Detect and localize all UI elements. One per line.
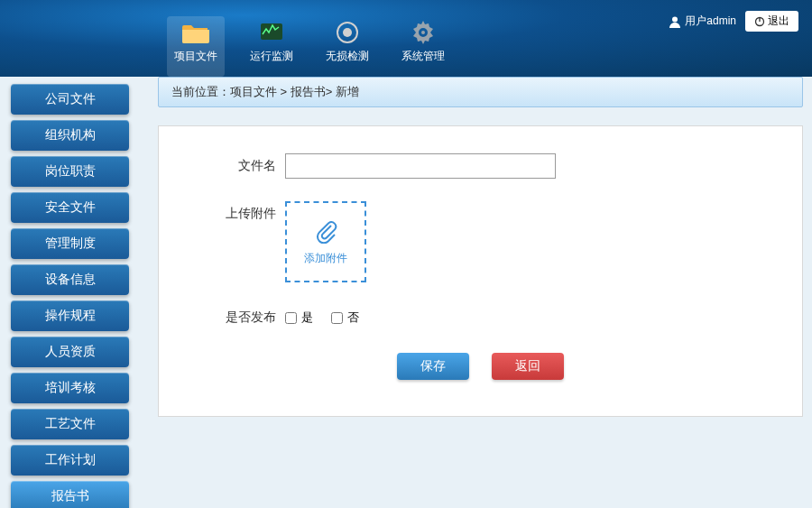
gear-check-icon bbox=[333, 20, 362, 45]
logout-label: 退出 bbox=[768, 14, 789, 29]
publish-no-option[interactable]: 否 bbox=[331, 309, 359, 326]
nav-label: 运行监测 bbox=[250, 49, 293, 64]
sidebar-item-procedures[interactable]: 操作规程 bbox=[11, 300, 129, 331]
sidebar-item-process[interactable]: 工艺文件 bbox=[11, 409, 129, 439]
publish-yes-checkbox[interactable] bbox=[285, 312, 297, 324]
sidebar-item-reports[interactable]: 报告书 bbox=[11, 481, 129, 508]
svg-point-3 bbox=[672, 16, 678, 22]
sidebar-item-training[interactable]: 培训考核 bbox=[11, 373, 129, 403]
publish-yes-label: 是 bbox=[301, 309, 313, 326]
upload-box[interactable]: 添加附件 bbox=[285, 201, 366, 282]
nav-system-manage[interactable]: 系统管理 bbox=[394, 16, 452, 77]
nav-label: 项目文件 bbox=[174, 49, 217, 64]
sidebar-item-duties[interactable]: 岗位职责 bbox=[11, 156, 129, 187]
logout-button[interactable]: 退出 bbox=[745, 11, 798, 32]
filename-input[interactable] bbox=[285, 153, 556, 179]
user-info: 用户admin bbox=[669, 14, 736, 29]
nav-label: 系统管理 bbox=[401, 49, 445, 64]
sidebar-item-qualifications[interactable]: 人员资质 bbox=[11, 337, 129, 367]
nav-label: 无损检测 bbox=[326, 49, 369, 64]
breadcrumb: 当前位置：项目文件 > 报告书> 新增 bbox=[158, 77, 803, 107]
filename-label: 文件名 bbox=[204, 153, 276, 174]
paperclip-icon bbox=[313, 218, 338, 244]
settings-icon bbox=[409, 20, 438, 45]
save-button[interactable]: 保存 bbox=[397, 353, 469, 380]
sidebar-item-org[interactable]: 组织机构 bbox=[11, 120, 129, 151]
publish-label: 是否发布 bbox=[204, 305, 276, 326]
app-header: 项目文件 运行监测 无损检测 系统管理 用户admin 退出 bbox=[0, 0, 812, 77]
top-nav: 项目文件 运行监测 无损检测 系统管理 bbox=[167, 0, 452, 77]
main-content: 当前位置：项目文件 > 报告书> 新增 文件名 上传附件 添加附件 是否发布 bbox=[140, 77, 812, 508]
user-area: 用户admin 退出 bbox=[669, 11, 798, 32]
upload-label: 上传附件 bbox=[204, 201, 276, 222]
publish-no-checkbox[interactable] bbox=[331, 312, 343, 324]
sidebar-item-workplan[interactable]: 工作计划 bbox=[11, 445, 129, 476]
sidebar-item-equipment[interactable]: 设备信息 bbox=[11, 264, 129, 295]
nav-ndt[interactable]: 无损检测 bbox=[318, 16, 376, 77]
sidebar-item-rules[interactable]: 管理制度 bbox=[11, 228, 129, 259]
nav-operation-monitor[interactable]: 运行监测 bbox=[243, 16, 300, 77]
sidebar-item-safety[interactable]: 安全文件 bbox=[11, 192, 129, 223]
upload-text: 添加附件 bbox=[304, 251, 347, 266]
sidebar-item-company-files[interactable]: 公司文件 bbox=[11, 84, 129, 115]
user-icon bbox=[669, 15, 681, 28]
user-label: 用户admin bbox=[685, 14, 736, 29]
nav-project-files[interactable]: 项目文件 bbox=[167, 16, 225, 77]
form-panel: 文件名 上传附件 添加附件 是否发布 是 bbox=[158, 125, 803, 417]
publish-yes-option[interactable]: 是 bbox=[285, 309, 313, 326]
folder-icon bbox=[181, 20, 210, 45]
svg-point-2 bbox=[343, 28, 352, 37]
back-button[interactable]: 返回 bbox=[492, 353, 564, 380]
monitor-icon bbox=[257, 20, 286, 45]
publish-no-label: 否 bbox=[347, 309, 359, 326]
sidebar: 公司文件 组织机构 岗位职责 安全文件 管理制度 设备信息 操作规程 人员资质 … bbox=[0, 77, 140, 508]
power-icon bbox=[754, 16, 765, 27]
